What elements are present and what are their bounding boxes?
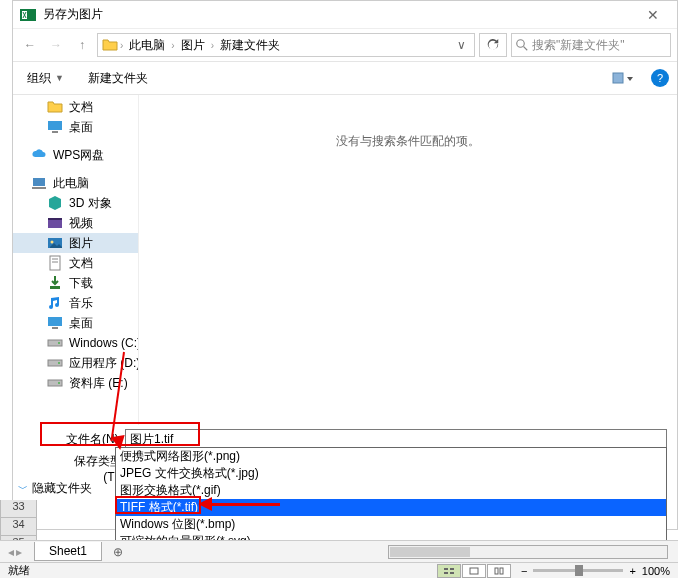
- svg-rect-6: [52, 131, 58, 133]
- svg-rect-4: [613, 73, 623, 83]
- desktop-icon: [47, 315, 63, 331]
- view-mode-buttons: [437, 564, 511, 578]
- titlebar: 另存为图片 ✕: [13, 1, 677, 29]
- svg-rect-31: [500, 568, 503, 574]
- sidebar-item: [13, 137, 138, 145]
- annotation-arrowhead-1: [111, 435, 127, 451]
- up-button[interactable]: ↑: [71, 34, 93, 56]
- svg-rect-18: [52, 327, 58, 329]
- zoom-in-button[interactable]: +: [629, 565, 635, 577]
- sidebar-item[interactable]: 文档: [13, 253, 138, 273]
- chevron-down-icon: ﹀: [18, 482, 28, 496]
- svg-rect-25: [444, 568, 448, 570]
- view-page-layout-button[interactable]: [462, 564, 486, 578]
- view-page-break-button[interactable]: [487, 564, 511, 578]
- row-header[interactable]: 33: [0, 500, 37, 518]
- svg-rect-29: [470, 568, 478, 574]
- new-folder-button[interactable]: 新建文件夹: [82, 67, 154, 90]
- sidebar-item[interactable]: 桌面: [13, 117, 138, 137]
- zoom-controls: − + 100%: [521, 565, 670, 577]
- annotation-arrow-2: [210, 503, 280, 506]
- chevron-right-icon: ›: [120, 40, 123, 51]
- download-icon: [47, 275, 63, 291]
- search-icon: [516, 39, 528, 51]
- music-icon: [47, 295, 63, 311]
- search-input[interactable]: 搜索"新建文件夹": [511, 33, 671, 57]
- chevron-right-icon: ›: [211, 40, 214, 51]
- zoom-out-button[interactable]: −: [521, 565, 527, 577]
- dialog-body: 文档桌面WPS网盘此电脑3D 对象视频图片文档下载音乐桌面Windows (C:…: [13, 95, 677, 425]
- drive-icon: [47, 375, 63, 391]
- file-list-pane: 没有与搜索条件匹配的项。: [139, 95, 677, 425]
- pc-icon: [31, 175, 47, 191]
- app-icon: [19, 6, 37, 24]
- svg-rect-8: [32, 187, 46, 189]
- crumb-folder[interactable]: 新建文件夹: [216, 37, 284, 54]
- svg-point-24: [58, 382, 60, 384]
- svg-point-20: [58, 342, 60, 344]
- search-placeholder: 搜索"新建文件夹": [532, 37, 625, 54]
- sidebar-item[interactable]: 下载: [13, 273, 138, 293]
- horizontal-scrollbar[interactable]: [388, 545, 668, 559]
- sidebar-item[interactable]: 3D 对象: [13, 193, 138, 213]
- status-bar: 就绪 − + 100%: [0, 562, 678, 578]
- refresh-button[interactable]: [479, 33, 507, 57]
- svg-rect-30: [495, 568, 498, 574]
- svg-point-22: [58, 362, 60, 364]
- dialog-title: 另存为图片: [43, 6, 633, 23]
- row-header[interactable]: 34: [0, 518, 37, 536]
- filetype-option[interactable]: Windows 位图(*.bmp): [116, 516, 666, 533]
- svg-rect-7: [33, 178, 45, 186]
- svg-rect-16: [50, 286, 60, 289]
- svg-rect-17: [48, 317, 62, 326]
- status-ready: 就绪: [8, 563, 30, 578]
- close-button[interactable]: ✕: [633, 7, 673, 23]
- drive-icon: [47, 335, 63, 351]
- crumb-pictures[interactable]: 图片: [177, 37, 209, 54]
- empty-message: 没有与搜索条件匹配的项。: [336, 133, 480, 150]
- docs-icon: [47, 255, 63, 271]
- sidebar-item: [13, 165, 138, 173]
- zoom-slider[interactable]: [533, 569, 623, 572]
- svg-rect-27: [450, 568, 454, 570]
- refresh-icon: [486, 38, 500, 52]
- sidebar-item[interactable]: 应用程序 (D:): [13, 353, 138, 373]
- cloud-icon: [31, 147, 47, 163]
- filetype-option[interactable]: JPEG 文件交换格式(*.jpg): [116, 465, 666, 482]
- folder-yellow-icon: [47, 99, 63, 115]
- forward-button[interactable]: →: [45, 34, 67, 56]
- sheet-tab-1[interactable]: Sheet1: [34, 542, 102, 561]
- help-button[interactable]: ?: [651, 69, 669, 87]
- view-normal-button[interactable]: [437, 564, 461, 578]
- sidebar-item[interactable]: 此电脑: [13, 173, 138, 193]
- filename-input[interactable]: [125, 429, 667, 449]
- hide-folders-toggle[interactable]: ﹀ 隐藏文件夹: [18, 480, 92, 497]
- sidebar-item[interactable]: 视频: [13, 213, 138, 233]
- sidebar-item[interactable]: 桌面: [13, 313, 138, 333]
- svg-rect-26: [444, 572, 448, 574]
- cube-icon: [47, 195, 63, 211]
- sheet-nav-buttons[interactable]: ◂▸: [0, 545, 30, 559]
- chevron-right-icon: ›: [171, 40, 174, 51]
- svg-point-12: [51, 241, 54, 244]
- organize-button[interactable]: 组织 ▼: [21, 67, 70, 90]
- desktop-icon: [47, 119, 63, 135]
- svg-point-2: [517, 40, 525, 48]
- annotation-arrowhead-2: [198, 497, 212, 511]
- sidebar-item[interactable]: 文档: [13, 97, 138, 117]
- svg-rect-5: [48, 121, 62, 130]
- back-button[interactable]: ←: [19, 34, 41, 56]
- filetype-option[interactable]: 便携式网络图形(*.png): [116, 448, 666, 465]
- folder-icon: [102, 37, 118, 53]
- breadcrumb[interactable]: › 此电脑 › 图片 › 新建文件夹 ∨: [97, 33, 475, 57]
- svg-rect-10: [48, 218, 62, 220]
- zoom-level: 100%: [642, 565, 670, 577]
- sidebar-item[interactable]: 音乐: [13, 293, 138, 313]
- crumb-pc[interactable]: 此电脑: [125, 37, 169, 54]
- sidebar-item[interactable]: WPS网盘: [13, 145, 138, 165]
- add-sheet-button[interactable]: ⊕: [108, 545, 128, 559]
- view-options-button[interactable]: [605, 68, 639, 88]
- sidebar-item[interactable]: 图片: [13, 233, 138, 253]
- sidebar-item[interactable]: Windows (C:): [13, 333, 138, 353]
- breadcrumb-dropdown[interactable]: ∨: [453, 38, 470, 52]
